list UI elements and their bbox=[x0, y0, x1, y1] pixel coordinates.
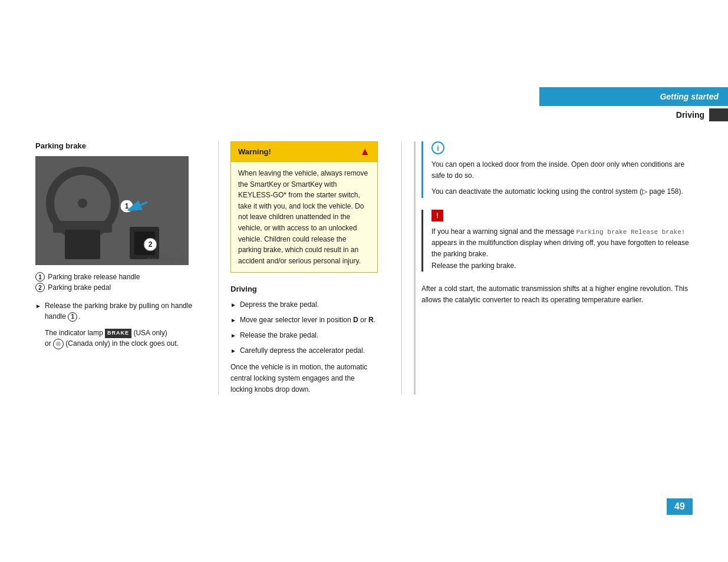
circle-2: 2 bbox=[35, 283, 45, 292]
bullet-text-1: Release the parking brake by pulling on … bbox=[45, 300, 195, 322]
mid-bullet-depress: ► Depress the brake pedal. bbox=[230, 299, 378, 310]
info-icon: i bbox=[431, 141, 444, 154]
warning-small-icon: ! bbox=[431, 210, 443, 222]
svg-text:1: 1 bbox=[125, 202, 129, 210]
bullet-arrow-4: ► bbox=[230, 331, 236, 340]
gear-d: D bbox=[353, 316, 358, 324]
middle-column: Warning! ▲ When leaving the vehicle, alw… bbox=[230, 141, 390, 395]
bullet-release-brake: ► Release the parking brake by pulling o… bbox=[35, 300, 195, 322]
indicator-note: The indicator lamp BRAKE (USA only) or ◎… bbox=[45, 328, 195, 349]
driving-bar: Driving bbox=[539, 106, 728, 124]
gear-r: R bbox=[368, 316, 374, 324]
label-2: 2 Parking brake pedal bbox=[35, 283, 195, 292]
header-section: Getting started Driving bbox=[539, 87, 728, 124]
motion-note: Once the vehicle is in motion, the autom… bbox=[230, 362, 378, 395]
left-column: Parking brake bbox=[35, 141, 206, 395]
svg-rect-4 bbox=[65, 230, 100, 259]
dashboard-simulation: 1 2 bbox=[35, 156, 189, 265]
parking-brake-image: 1 2 P42.20-2223-31 bbox=[35, 156, 189, 265]
parking-brake-title: Parking brake bbox=[35, 141, 195, 150]
warning-small-text: If you hear a warning signal and the mes… bbox=[431, 226, 693, 272]
bullet-arrow-3: ► bbox=[230, 316, 236, 325]
bullet-arrow-5: ► bbox=[230, 346, 236, 356]
warning-triangle-icon: ▲ bbox=[360, 146, 370, 158]
warning-body: When leaving the vehicle, always remove … bbox=[231, 162, 377, 272]
dash-svg: 1 2 bbox=[35, 156, 189, 265]
mid-bullet-move: ► Move gear selector lever in position D… bbox=[230, 315, 378, 325]
page-number: 49 bbox=[667, 498, 693, 515]
getting-started-bar: Getting started bbox=[539, 87, 728, 106]
getting-started-label: Getting started bbox=[660, 92, 719, 101]
info-block: i You can open a locked door from the in… bbox=[421, 141, 693, 198]
warning-title: Warning! bbox=[238, 147, 271, 156]
bullet-arrow-2: ► bbox=[230, 300, 236, 310]
mid-bullet-release: ► Release the brake pedal. bbox=[230, 330, 378, 340]
brake-code: Parking brake Release brake! bbox=[577, 229, 686, 236]
numbered-labels: 1 Parking brake release handle 2 Parking… bbox=[35, 272, 195, 292]
warning-header: Warning! ▲ bbox=[231, 142, 377, 161]
circle-1: 1 bbox=[35, 272, 45, 282]
cold-start-note: After a cold start, the automatic transm… bbox=[421, 283, 693, 306]
info-text: You can open a locked door from the insi… bbox=[431, 159, 693, 198]
svg-point-2 bbox=[78, 199, 87, 208]
move-gear-text: Move gear selector lever in position D o… bbox=[240, 315, 375, 325]
driving-section-title: Driving bbox=[230, 285, 378, 293]
label-1: 1 Parking brake release handle bbox=[35, 272, 195, 282]
mid-right-divider bbox=[401, 141, 402, 395]
left-mid-divider bbox=[218, 141, 219, 395]
mid-bullet-acc: ► Carefully depress the accelerator peda… bbox=[230, 345, 378, 356]
driving-label: Driving bbox=[676, 110, 709, 120]
driving-block-indicator bbox=[709, 108, 728, 121]
warning-box: Warning! ▲ When leaving the vehicle, alw… bbox=[230, 141, 378, 273]
bullet-arrow-1: ► bbox=[35, 302, 41, 322]
content-area: Parking brake bbox=[0, 141, 728, 395]
right-column: i You can open a locked door from the in… bbox=[414, 141, 693, 395]
circle-ref-1: 1 bbox=[68, 312, 77, 322]
svg-text:2: 2 bbox=[149, 240, 153, 249]
warning-small-block: ! If you hear a warning signal and the m… bbox=[421, 210, 693, 272]
brake-badge: BRAKE bbox=[105, 329, 131, 338]
canada-icon: ◎ bbox=[53, 339, 64, 349]
image-caption: P42.20-2223-31 bbox=[147, 257, 185, 263]
